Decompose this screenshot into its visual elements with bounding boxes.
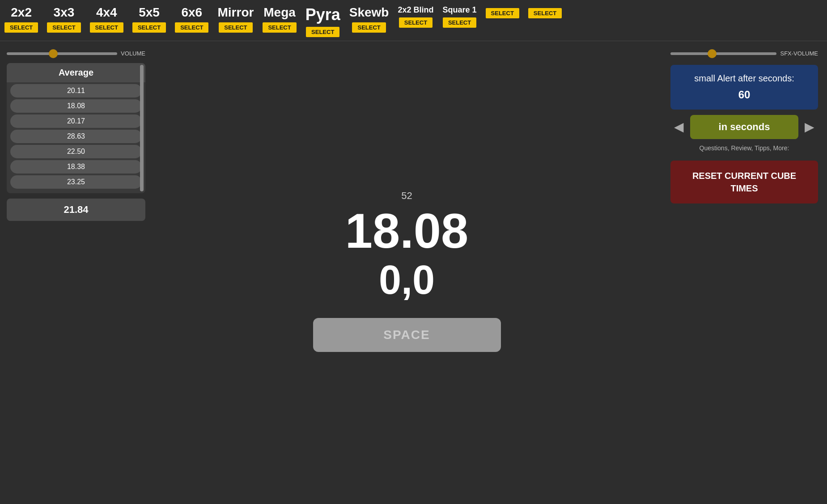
nav-item-mirror: Mirror SELECT	[217, 5, 254, 33]
average-display: 21.84	[7, 199, 145, 221]
select-btn-2x2[interactable]: SELECT	[4, 22, 38, 33]
space-button[interactable]: SPACE	[313, 318, 501, 352]
volume-slider-track[interactable]	[7, 52, 117, 55]
select-btn-5x5[interactable]: SELECT	[132, 22, 166, 33]
nav-label-mirror: Mirror	[217, 5, 254, 20]
nav-item-2x2blind: 2x2 Blind SELECT	[398, 5, 433, 28]
nav-label-2x2: 2x2	[11, 5, 32, 20]
seconds-row: ◀ in seconds ▶	[670, 115, 818, 139]
nav-label-mega: Mega	[263, 5, 296, 20]
select-btn-6x6[interactable]: SELECT	[175, 22, 208, 33]
select-btn-3x3[interactable]: SELECT	[47, 22, 81, 33]
average-header: Average	[7, 63, 145, 82]
nav-item-pyra: Pyra SELECT	[305, 5, 340, 37]
time-entry[interactable]: 23.25	[10, 175, 142, 189]
time-entry[interactable]: 18.08	[10, 99, 142, 113]
time-entry[interactable]: 18.38	[10, 160, 142, 174]
nav-item-5x5: 5x5 SELECT	[132, 5, 166, 33]
time-entry[interactable]: 20.11	[10, 84, 142, 97]
main-area: VOLUME Average 20.1118.0820.1728.6322.50…	[0, 41, 827, 500]
nav-item-6x6: 6x6 SELECT	[175, 5, 208, 33]
nav-label-6x6: 6x6	[181, 5, 202, 20]
nav-label-4x4: 4x4	[96, 5, 117, 20]
sfx-slider-track[interactable]	[670, 52, 776, 55]
nav-item-2x2: 2x2 SELECT	[4, 5, 38, 33]
times-scrollbar[interactable]	[140, 65, 144, 191]
nav-label-3x3: 3x3	[54, 5, 75, 20]
nav-item-4x4: 4x4 SELECT	[90, 5, 123, 33]
time-entry[interactable]: 22.50	[10, 145, 142, 158]
questions-text: Questions, Review, Tipps, More:	[670, 144, 818, 152]
right-panel: SFX-VOLUME small Alert after seconds: 60…	[662, 41, 827, 500]
nav-item-mega: Mega SELECT	[263, 5, 296, 33]
nav-item-extra2: SELECT	[528, 5, 562, 18]
sfx-slider-thumb[interactable]	[708, 49, 717, 58]
left-panel: VOLUME Average 20.1118.0820.1728.6322.50…	[0, 41, 152, 500]
times-panel: Average 20.1118.0820.1728.6322.5018.3823…	[7, 63, 145, 193]
select-btn-2x2blind[interactable]: SELECT	[399, 17, 433, 28]
select-btn-4x4[interactable]: SELECT	[90, 22, 123, 33]
alert-title: small Alert after seconds:	[678, 72, 811, 85]
nav-label-5x5: 5x5	[139, 5, 160, 20]
main-time-display: 18.08	[345, 206, 468, 255]
sfx-volume-row: SFX-VOLUME	[670, 50, 818, 57]
nav-item-extra1: SELECT	[486, 5, 519, 18]
nav-label-pyra: Pyra	[305, 5, 340, 24]
nav-item-skewb: Skewb SELECT	[349, 5, 389, 33]
seconds-arrow-left[interactable]: ◀	[670, 118, 687, 136]
select-btn-skewb[interactable]: SELECT	[352, 22, 386, 33]
times-list: 20.1118.0820.1728.6322.5018.3823.25	[7, 84, 145, 193]
alert-box: small Alert after seconds: 60	[670, 65, 818, 110]
volume-row: VOLUME	[7, 50, 145, 57]
time-entry[interactable]: 20.17	[10, 114, 142, 128]
volume-slider-thumb[interactable]	[49, 49, 58, 58]
sfx-label: SFX-VOLUME	[780, 50, 818, 57]
solve-count: 52	[401, 190, 412, 202]
select-btn-square1[interactable]: SELECT	[443, 17, 476, 28]
select-btn-extra2[interactable]: SELECT	[528, 8, 562, 18]
seconds-arrow-right[interactable]: ▶	[801, 118, 818, 136]
reset-button[interactable]: RESET CURRENT CUBE TIMES	[670, 161, 818, 203]
time-entry[interactable]: 28.63	[10, 130, 142, 143]
select-btn-extra1[interactable]: SELECT	[486, 8, 519, 18]
nav-label-2x2blind: 2x2 Blind	[398, 5, 433, 15]
select-btn-pyra[interactable]: SELECT	[306, 27, 339, 37]
select-btn-mirror[interactable]: SELECT	[219, 22, 252, 33]
split-time-display: 0,0	[379, 260, 435, 300]
seconds-display: in seconds	[690, 115, 798, 139]
nav-label-square1: Square 1	[443, 5, 477, 15]
volume-label: VOLUME	[121, 50, 145, 57]
nav-label-skewb: Skewb	[349, 5, 389, 20]
center-panel: 52 18.08 0,0 SPACE	[152, 41, 662, 500]
alert-value: 60	[678, 87, 811, 102]
select-btn-mega[interactable]: SELECT	[263, 22, 296, 33]
nav-item-square1: Square 1 SELECT	[443, 5, 477, 28]
nav-item-3x3: 3x3 SELECT	[47, 5, 81, 33]
top-nav: 2x2 SELECT 3x3 SELECT 4x4 SELECT 5x5 SEL…	[0, 0, 827, 41]
